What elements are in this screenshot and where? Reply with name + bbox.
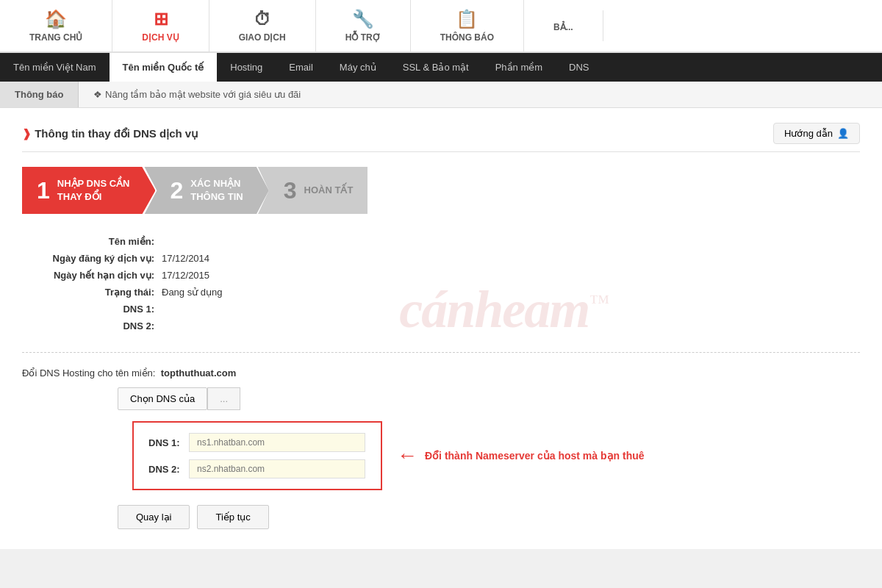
form-domain-value: topthuthuat.com [161, 368, 237, 379]
step-1-text: NHẬP DNS CẦNTHAY ĐỔI [57, 177, 130, 204]
info-row-dns1: DNS 1: [22, 304, 860, 315]
ngay-hh-label: Ngày hết hạn dịch vụ: [22, 270, 154, 281]
dns1-input[interactable] [189, 433, 365, 452]
nav-label-ho-tro: HỖ TRỢ [345, 32, 381, 43]
notification-icon: 📋 [456, 9, 478, 29]
dns-inputs-wrapper: DNS 1: DNS 2: ← Đổi thành Nameserver của… [22, 421, 860, 490]
dns2-input-row: DNS 2: [148, 459, 366, 478]
ngay-hh-value: 17/12/2015 [162, 270, 209, 281]
nav-label-trang-chu: TRANG CHỦ [29, 32, 82, 43]
dns2-info-label: DNS 2: [22, 320, 154, 331]
dns-inputs-box: DNS 1: DNS 2: [132, 421, 382, 490]
dns-note-wrapper: ← Đổi thành Nameserver của host mà bạn t… [397, 444, 645, 467]
form-section: Đổi DNS Hosting cho tên miền: topthuthua… [22, 368, 860, 529]
subnav-hosting[interactable]: Hosting [217, 53, 276, 82]
user-icon: 👤 [837, 128, 849, 139]
dns-select-wrapper: Chọn DNS của ... [118, 387, 860, 410]
form-domain-label: Đổi DNS Hosting cho tên miền: topthuthua… [22, 368, 860, 379]
step-1: 1 NHẬP DNS CẦNTHAY ĐỔI [22, 167, 155, 214]
nav-item-thong-bao[interactable]: 📋 THÔNG BÁO [411, 0, 524, 51]
continue-button[interactable]: Tiếp tục [197, 505, 268, 529]
info-row-dns2: DNS 2: [22, 320, 860, 331]
subnav-ten-mien-qt[interactable]: Tên miền Quốc tế [110, 53, 218, 82]
nav-label-dich-vu: DỊCH VỤ [142, 32, 179, 43]
page-header: Thông tin thay đổi DNS dịch vụ Hướng dẫn… [22, 123, 860, 152]
nav-label-giao-dich: GIAO DỊCH [239, 32, 286, 43]
info-row-ngay-hh: Ngày hết hạn dịch vụ: 17/12/2015 [22, 270, 860, 281]
ten-mien-label: Tên miền: [22, 236, 154, 247]
announce-label: Thông báo [0, 82, 79, 107]
nav-item-ba[interactable]: BẢ... [524, 10, 603, 41]
sub-navigation: Tên miền Việt Nam Tên miền Quốc tế Hosti… [0, 53, 882, 82]
steps-container: 1 NHẬP DNS CẦNTHAY ĐỔI 2 XÁC NHẬNTHÔNG T… [22, 167, 448, 214]
services-icon: ⊞ [154, 9, 168, 29]
nav-label-thong-bao: THÔNG BÁO [440, 32, 494, 43]
dns-select-dropdown: ... [207, 387, 240, 410]
info-table: Tên miền: Ngày đăng ký dịch vụ: 17/12/20… [22, 236, 860, 353]
arrow-left-icon: ← [397, 444, 417, 467]
subnav-ten-mien-vn[interactable]: Tên miền Việt Nam [0, 53, 110, 82]
page-title: Thông tin thay đổi DNS dịch vụ [22, 127, 198, 140]
step-3-number: 3 [284, 179, 297, 202]
subnav-email[interactable]: Email [276, 53, 326, 82]
home-icon: 🏠 [45, 9, 67, 29]
dns1-form-label: DNS 1: [148, 437, 189, 448]
step-2: 2 XÁC NHẬNTHÔNG TIN [144, 167, 268, 214]
nav-label-ba: BẢ... [553, 22, 573, 32]
guide-button[interactable]: Hướng dẫn 👤 [773, 123, 860, 144]
nav-item-trang-chu[interactable]: 🏠 TRANG CHỦ [0, 0, 112, 51]
ngay-dk-label: Ngày đăng ký dịch vụ: [22, 253, 154, 264]
main-content: Thông tin thay đổi DNS dịch vụ Hướng dẫn… [0, 108, 882, 549]
support-icon: 🔧 [352, 9, 374, 29]
ngay-dk-value: 17/12/2014 [162, 253, 209, 264]
announcement-bar: Thông báo Nâng tầm bảo mật website với g… [0, 82, 882, 108]
dns1-info-label: DNS 1: [22, 304, 154, 315]
subnav-dns[interactable]: DNS [556, 53, 602, 82]
step-1-number: 1 [37, 179, 50, 202]
back-button[interactable]: Quay lại [118, 505, 190, 529]
nav-item-ho-tro[interactable]: 🔧 HỖ TRỢ [316, 0, 411, 51]
subnav-phan-mem[interactable]: Phần mềm [482, 53, 556, 82]
nav-item-giao-dich[interactable]: ⏱ GIAO DỊCH [209, 0, 316, 51]
step-2-text: XÁC NHẬNTHÔNG TIN [190, 177, 243, 204]
info-row-trang-thai: Trạng thái: Đang sử dụng [22, 287, 860, 298]
form-buttons: Quay lại Tiếp tục [118, 505, 860, 529]
info-row-ngay-dk: Ngày đăng ký dịch vụ: 17/12/2014 [22, 253, 860, 264]
step-3-text: HOÀN TẤT [304, 184, 354, 197]
dns2-input[interactable] [189, 459, 365, 478]
subnav-may-chu[interactable]: Máy chủ [326, 53, 390, 82]
guide-btn-label: Hướng dẫn [784, 128, 833, 139]
choose-dns-button[interactable]: Chọn DNS của [118, 387, 207, 410]
step-2-number: 2 [170, 179, 183, 202]
trang-thai-label: Trạng thái: [22, 287, 154, 298]
announce-text: Nâng tầm bảo mật website với giá siêu ưu… [79, 82, 315, 107]
dns-note: Đổi thành Nameserver của host mà bạn thu… [425, 450, 645, 462]
info-row-ten-mien: Tên miền: [22, 236, 860, 247]
nav-item-dich-vu[interactable]: ⊞ DỊCH VỤ [112, 0, 209, 51]
dns1-input-row: DNS 1: [148, 433, 366, 452]
dns2-form-label: DNS 2: [148, 464, 189, 475]
transaction-icon: ⏱ [254, 9, 271, 29]
subnav-ssl[interactable]: SSL & Bảo mật [390, 53, 482, 82]
top-navigation: 🏠 TRANG CHỦ ⊞ DỊCH VỤ ⏱ GIAO DỊCH 🔧 HỖ T… [0, 0, 882, 53]
trang-thai-value: Đang sử dụng [162, 287, 223, 298]
step-3: 3 HOÀN TẤT [258, 167, 368, 214]
